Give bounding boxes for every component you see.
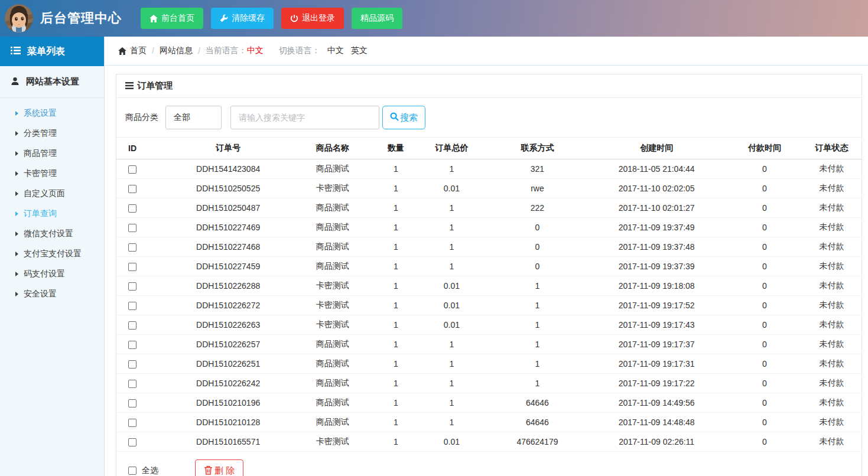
- sidebar-item-label: 分类管理: [24, 128, 57, 139]
- header-button-label: 清除缓存: [232, 13, 265, 24]
- header-button-3[interactable]: 退出登录: [281, 8, 344, 29]
- cell-order_no: DDH1510227459: [168, 257, 288, 276]
- table-row: DDH1510250487商品测试112222017-11-10 02:01:2…: [116, 198, 862, 218]
- sidebar-item[interactable]: 支付宝支付设置: [0, 244, 104, 264]
- row-checkbox[interactable]: [128, 224, 136, 232]
- table-row: DDH1510226242商品测试1112017-11-09 19:17:220…: [116, 374, 862, 393]
- cell-total: 1: [414, 198, 489, 218]
- row-checkbox[interactable]: [128, 360, 136, 369]
- cell-created: 2017-11-09 19:18:08: [586, 276, 727, 296]
- cell-status: 未付款: [802, 198, 862, 218]
- sidebar-item-label: 支付宝支付设置: [24, 249, 82, 259]
- cell-created: 2017-11-10 02:02:05: [586, 179, 727, 198]
- cell-contact: 1: [489, 315, 586, 335]
- row-checkbox[interactable]: [128, 185, 136, 193]
- column-header: 商品名称: [288, 138, 377, 159]
- row-checkbox[interactable]: [128, 282, 136, 291]
- header-button-label: 精品源码: [360, 13, 394, 24]
- row-checkbox[interactable]: [128, 165, 136, 174]
- app-title: 后台管理中心: [40, 9, 122, 27]
- header-button-1[interactable]: 前台首页: [141, 8, 203, 29]
- cell-created: 2017-11-09 14:48:48: [586, 413, 727, 432]
- row-checkbox[interactable]: [128, 204, 136, 213]
- sidebar-section-website-settings[interactable]: 网站基本设置: [0, 66, 104, 98]
- row-checkbox[interactable]: [128, 321, 136, 330]
- row-checkbox[interactable]: [128, 302, 136, 310]
- header-button-4[interactable]: 精品源码: [352, 8, 402, 29]
- row-checkbox[interactable]: [128, 263, 136, 271]
- table-row: DDH1510226288卡密测试10.0112017-11-09 19:18:…: [116, 276, 862, 296]
- cell-order_no: DDH1510226251: [168, 354, 288, 374]
- cell-order_no: DDH1541423084: [168, 159, 288, 179]
- sidebar-item-label: 自定义页面: [24, 188, 65, 199]
- cell-status: 未付款: [802, 315, 862, 335]
- cell-paid_time: 0: [727, 393, 802, 413]
- language-link-english[interactable]: 英文: [351, 45, 368, 56]
- table-row: DDH1510226251商品测试1112017-11-09 19:17:310…: [116, 354, 862, 374]
- cell-created: 2017-11-09 19:17:43: [586, 315, 727, 335]
- cell-created: 2017-11-09 19:17:31: [586, 354, 727, 374]
- cell-qty: 1: [377, 335, 414, 354]
- category-select[interactable]: 全部: [165, 106, 222, 129]
- breadcrumb-home[interactable]: 首页: [130, 45, 147, 56]
- bars-icon: [125, 81, 134, 91]
- row-checkbox[interactable]: [128, 438, 136, 446]
- breadcrumb: 首页 / 网站信息 / 当前语言： 中文 切换语言： 中文 英文: [105, 37, 868, 66]
- sidebar-item[interactable]: 商品管理: [0, 144, 104, 164]
- sidebar-item[interactable]: 系统设置: [0, 103, 104, 123]
- search-input[interactable]: [230, 106, 379, 129]
- cell-product: 卡密测试: [288, 179, 377, 198]
- language-link-chinese[interactable]: 中文: [327, 45, 344, 56]
- sidebar-item-label: 卡密管理: [24, 168, 57, 179]
- cell-status: 未付款: [802, 432, 862, 452]
- sidebar-item[interactable]: 码支付设置: [0, 264, 104, 284]
- home-icon: [149, 15, 158, 22]
- cell-total: 0.01: [414, 296, 489, 315]
- cell-product: 卡密测试: [288, 296, 377, 315]
- header-button-2[interactable]: 清除缓存: [211, 8, 274, 29]
- cell-paid_time: 0: [727, 315, 802, 335]
- sidebar: 菜单列表 网站基本设置 系统设置分类管理商品管理卡密管理自定义页面订单查询微信支…: [0, 37, 105, 476]
- select-all-checkbox[interactable]: [128, 467, 136, 475]
- cell-status: 未付款: [802, 413, 862, 432]
- table-row: DDH1510226272卡密测试10.0112017-11-09 19:17:…: [116, 296, 862, 315]
- row-checkbox[interactable]: [128, 341, 136, 349]
- row-checkbox[interactable]: [128, 380, 136, 388]
- cell-status: 未付款: [802, 237, 862, 257]
- sidebar-item[interactable]: 分类管理: [0, 123, 104, 144]
- cell-created: 2017-11-09 14:49:56: [586, 393, 727, 413]
- cell-total: 1: [414, 413, 489, 432]
- cell-contact: 1: [489, 374, 586, 393]
- cell-qty: 1: [377, 237, 414, 257]
- select-all[interactable]: 全选: [128, 465, 158, 476]
- row-checkbox[interactable]: [128, 399, 136, 407]
- row-checkbox[interactable]: [128, 419, 136, 427]
- sidebar-item[interactable]: 安全设置: [0, 284, 104, 304]
- table-row: DDH1510227469商品测试1102017-11-09 19:37:490…: [116, 218, 862, 237]
- sidebar-item[interactable]: 微信支付设置: [0, 224, 104, 244]
- cell-total: 1: [414, 159, 489, 179]
- breadcrumb-section[interactable]: 网站信息: [160, 45, 193, 56]
- cell-product: 商品测试: [288, 413, 377, 432]
- cell-paid_time: 0: [727, 237, 802, 257]
- cell-order_no: DDH1510250525: [168, 179, 288, 198]
- sidebar-item[interactable]: 自定义页面: [0, 184, 104, 204]
- cell-qty: 1: [377, 354, 414, 374]
- row-checkbox[interactable]: [128, 243, 136, 252]
- sidebar-item[interactable]: 卡密管理: [0, 164, 104, 184]
- cell-paid_time: 0: [727, 432, 802, 452]
- search-button[interactable]: 搜索: [382, 106, 425, 129]
- triangle-right-icon: [15, 111, 18, 116]
- cell-paid_time: 0: [727, 296, 802, 315]
- cell-created: 2017-11-09 02:26:11: [586, 432, 727, 452]
- sidebar-item[interactable]: 订单查询: [0, 204, 104, 224]
- cell-total: 1: [414, 237, 489, 257]
- delete-button[interactable]: 删 除: [195, 459, 243, 476]
- cell-qty: 1: [377, 159, 414, 179]
- cell-total: 0.01: [414, 315, 489, 335]
- cell-created: 2018-11-05 21:04:44: [586, 159, 727, 179]
- table-row: DDH1510227468商品测试1102017-11-09 19:37:480…: [116, 237, 862, 257]
- delete-button-label: 删 除: [214, 465, 235, 476]
- cell-contact: 222: [489, 198, 586, 218]
- cell-paid_time: 0: [727, 374, 802, 393]
